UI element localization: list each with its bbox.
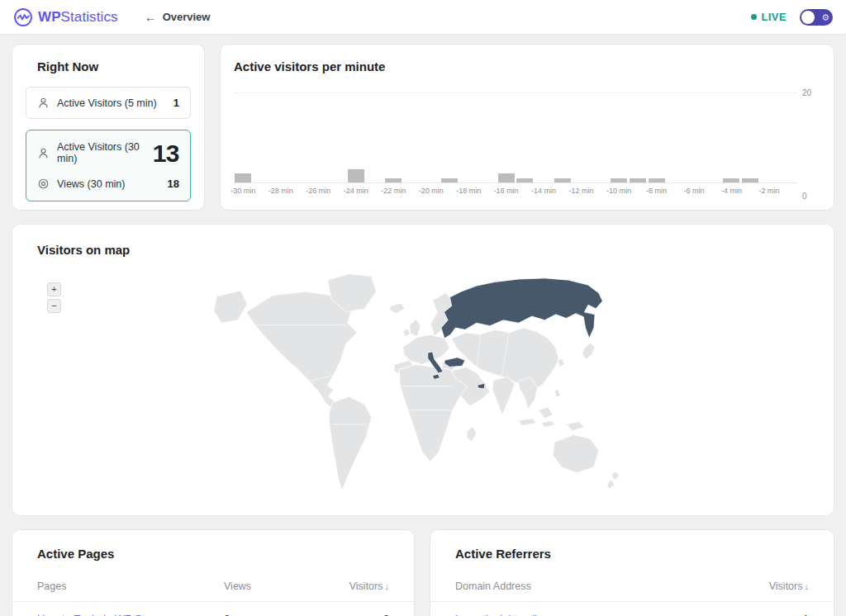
page-views-value: 2 bbox=[224, 613, 307, 616]
back-arrow-icon: ← bbox=[145, 11, 157, 23]
x-axis-tick-label: -4 min bbox=[721, 187, 742, 195]
active-pages-panel: Active Pages Pages Views Visitors↓ How t… bbox=[12, 529, 415, 616]
chart-bar-slot bbox=[610, 92, 629, 182]
chart-bar-slot bbox=[421, 92, 440, 182]
chart-bar bbox=[516, 178, 533, 182]
chart-bar-slot bbox=[365, 92, 384, 182]
x-axis-tick-label: -30 min bbox=[231, 187, 255, 195]
map-title: Visitors on map bbox=[37, 243, 820, 257]
views-eye-icon bbox=[37, 178, 50, 190]
top-bar: WPStatistics ← Overview LIVE ⚙ bbox=[0, 0, 846, 35]
chart-bar-slot bbox=[328, 92, 347, 182]
chart-bar-slot bbox=[440, 92, 459, 182]
chart-bar-slot bbox=[760, 92, 779, 182]
referrer-domain-link[interactable]: harputluelektronik.com bbox=[455, 613, 710, 616]
column-views: Views bbox=[224, 580, 307, 592]
main-content: Right Now Active Visitors (5 min) 1 Acti… bbox=[0, 35, 846, 616]
active-pages-row: How to Exclude WP St… 2 2 bbox=[37, 602, 389, 616]
chart-bar-slot bbox=[553, 92, 572, 182]
chart-bar bbox=[630, 178, 646, 182]
brand-name: WPStatistics bbox=[38, 9, 118, 26]
live-indicator: LIVE bbox=[751, 11, 787, 23]
chart-bar-slot bbox=[497, 92, 516, 182]
map-zoom-controls: + − bbox=[47, 282, 61, 313]
chart-bar-slot bbox=[722, 92, 741, 182]
x-axis-tick-label: -24 min bbox=[344, 187, 368, 195]
active-visitors-5min-card[interactable]: Active Visitors (5 min) 1 bbox=[26, 87, 191, 119]
back-label: Overview bbox=[163, 11, 211, 23]
chart-bar-slot bbox=[666, 92, 685, 182]
chart-bar-slot bbox=[271, 92, 290, 182]
chart-bar bbox=[723, 178, 739, 182]
wp-statistics-logo[interactable]: WPStatistics bbox=[13, 7, 118, 27]
map-zoom-out-button[interactable]: − bbox=[47, 299, 61, 313]
chart-bar-slot bbox=[403, 92, 422, 182]
world-map[interactable] bbox=[12, 263, 834, 509]
chart-bar bbox=[611, 178, 627, 182]
person-icon bbox=[37, 97, 50, 109]
world-map-svg bbox=[184, 267, 662, 505]
column-visitors-sort[interactable]: Visitors↓ bbox=[307, 580, 389, 592]
visitors-map-panel: Visitors on map + − bbox=[12, 224, 834, 516]
y-axis-min-label: 0 bbox=[802, 192, 807, 201]
overview-back-link[interactable]: ← Overview bbox=[145, 11, 211, 23]
toggle-knob bbox=[801, 11, 815, 24]
chart-bar-slot bbox=[516, 92, 535, 182]
chart-title: Active visitors per minute bbox=[234, 59, 820, 73]
chart-bars bbox=[234, 92, 797, 182]
sort-desc-icon: ↓ bbox=[805, 581, 810, 591]
page-link[interactable]: How to Exclude WP St… bbox=[37, 613, 224, 616]
right-now-title: Right Now bbox=[37, 59, 191, 73]
views-30min-label: Views (30 min) bbox=[57, 178, 125, 190]
chart-bar-slot bbox=[647, 92, 666, 182]
realtime-settings-toggle[interactable]: ⚙ bbox=[800, 9, 833, 26]
chart-bar bbox=[742, 178, 758, 182]
chart-y-axis: 20 0 bbox=[802, 92, 820, 197]
active-visitors-30min-value: 13 bbox=[153, 142, 179, 164]
active-pages-header-row: Pages Views Visitors↓ bbox=[12, 580, 414, 602]
chart-bar-slot bbox=[628, 92, 647, 182]
active-referrers-row: harputluelektronik.com 1 bbox=[455, 602, 809, 616]
referrer-visitors-value: 1 bbox=[710, 613, 809, 616]
active-visitors-5min-label: Active Visitors (5 min) bbox=[57, 97, 157, 109]
x-axis-tick-label: -28 min bbox=[269, 187, 293, 195]
live-label: LIVE bbox=[762, 11, 787, 23]
chart-plot-area bbox=[234, 92, 797, 183]
chart-bar-slot bbox=[778, 92, 797, 182]
x-axis-tick-label: -14 min bbox=[531, 187, 556, 195]
x-axis-tick-label: -10 min bbox=[606, 187, 631, 195]
active-visitors-30min-card[interactable]: Active Visitors (30 min) 13 Views (30 mi… bbox=[26, 130, 191, 201]
x-axis-tick-label: -12 min bbox=[569, 187, 594, 195]
chart-bar-slot bbox=[741, 92, 760, 182]
chart-bar bbox=[498, 173, 515, 182]
country-turkey bbox=[444, 357, 465, 367]
chart-bar bbox=[441, 178, 458, 182]
chart-bar-slot bbox=[685, 92, 704, 182]
chart-bar bbox=[235, 173, 251, 182]
chart-bar-slot bbox=[234, 92, 253, 182]
active-pages-title: Active Pages bbox=[37, 547, 389, 561]
chart-bar bbox=[348, 169, 364, 182]
map-zoom-in-button[interactable]: + bbox=[47, 282, 61, 296]
active-referrers-header-row: Domain Address Visitors↓ bbox=[430, 580, 834, 602]
gear-icon: ⚙ bbox=[821, 12, 829, 21]
right-now-panel: Right Now Active Visitors (5 min) 1 Acti… bbox=[12, 44, 205, 211]
x-axis-tick-label: -16 min bbox=[494, 187, 519, 195]
column-domain-address: Domain Address bbox=[455, 580, 710, 592]
active-visitors-30min-label: Active Visitors (30 min) bbox=[57, 141, 153, 164]
x-axis-tick-label: -8 min bbox=[646, 187, 667, 195]
chart-bar-slot bbox=[253, 92, 272, 182]
chart-bar-slot bbox=[703, 92, 722, 182]
wp-statistics-realtime-screen: WPStatistics ← Overview LIVE ⚙ Right Now bbox=[0, 0, 846, 616]
wp-statistics-logo-icon bbox=[13, 7, 33, 27]
active-visitors-chart: -30 min-28 min-26 min-24 min-22 min-20 m… bbox=[234, 92, 820, 197]
chart-bar-slot bbox=[309, 92, 328, 182]
chart-bar-slot bbox=[478, 92, 497, 182]
x-axis-tick-label: -26 min bbox=[306, 187, 330, 195]
active-visitors-chart-panel: Active visitors per minute -30 min-28 mi… bbox=[220, 44, 834, 211]
x-axis-tick-label: -6 min bbox=[683, 187, 704, 195]
views-30min-value: 18 bbox=[168, 178, 179, 190]
column-visitors-sort[interactable]: Visitors↓ bbox=[710, 580, 809, 592]
chart-bar-slot bbox=[384, 92, 403, 182]
x-axis-tick-label: -18 min bbox=[456, 187, 481, 195]
